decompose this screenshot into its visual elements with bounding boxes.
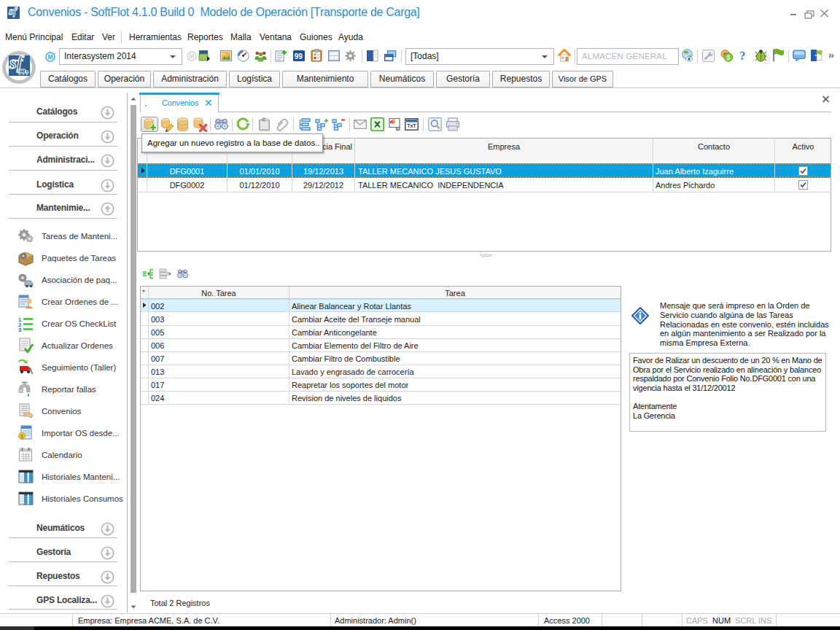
svg-text:$: $ [20,434,23,439]
svg-text:TxT: TxT [407,123,416,128]
svg-text:M: M [47,53,52,61]
svg-text:?: ? [739,49,746,62]
svg-text:$: $ [727,54,731,61]
svg-text:3: 3 [18,327,22,332]
svg-text:M: M [189,52,194,60]
svg-text:99: 99 [295,52,303,61]
